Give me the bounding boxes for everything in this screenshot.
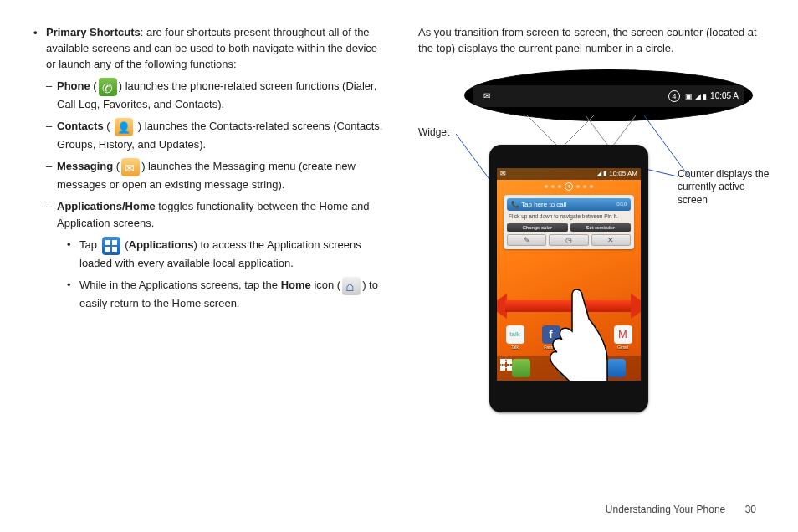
footer-section: Understanding Your Phone <box>606 504 725 515</box>
arrow-right-icon <box>631 294 641 319</box>
app-gmail: MGmail <box>613 325 633 350</box>
right-column: As you transition from screen to screen,… <box>418 25 765 429</box>
app-rail: talkTalk fFacebo MGmail <box>497 325 641 350</box>
phone-illustration: ✉ 4 ▣ ◢ ▮ 10:05 A Widget Counter display… <box>418 69 765 429</box>
messaging-label: Messaging <box>57 160 113 172</box>
left-column: Primary Shortcuts: are four shortcuts pr… <box>33 25 385 429</box>
phone-screen: ✉ ◢ ▮ 10:05 AM 4 📞 Tap here to call 0/10 <box>497 168 641 381</box>
apps-home-item: Applications/Home toggles functionality … <box>33 198 385 232</box>
phone-label: Phone <box>57 79 90 92</box>
phone-item: Phone () launches the phone-related scre… <box>33 78 385 113</box>
phone-status-time: 10:05 AM <box>609 170 637 177</box>
flick-text: Flick up and down to navigate between Pi… <box>507 211 631 222</box>
app-facebook: fFacebo <box>541 325 561 350</box>
phone-icon <box>99 78 117 96</box>
active-screen-counter: 4 <box>565 182 573 191</box>
screen-counter-zoomed: 4 <box>668 90 680 102</box>
dock-middle-icon <box>560 359 578 377</box>
footer-page-number: 30 <box>745 504 756 515</box>
widget-card: 📞 Tap here to call 0/10 Flick up and dow… <box>504 195 634 249</box>
envelope-icon: ✉ <box>483 91 490 100</box>
intro-text: As you transition from screen to screen,… <box>418 25 765 57</box>
screen-counter-dots: 4 <box>497 182 641 192</box>
zoomed-status-content: ✉ 4 ▣ ◢ ▮ 10:05 A <box>473 85 744 107</box>
contacts-icon <box>115 118 133 136</box>
zoomed-status-bar: ✉ 4 ▣ ◢ ▮ 10:05 A <box>464 69 753 121</box>
zoom-connector-left <box>527 115 594 149</box>
app-talk: talkTalk <box>505 325 525 350</box>
dock-apps-icon <box>607 359 626 377</box>
edit-icon: ✎ <box>507 234 546 246</box>
dock <box>497 356 641 381</box>
contacts-item: Contacts ( ) launches the Contacts-relat… <box>33 118 385 153</box>
status-time-zoomed: 10:05 A <box>710 91 739 100</box>
change-color-button: Change color <box>507 223 568 232</box>
phone-statusbar: ✉ ◢ ▮ 10:05 AM <box>497 168 641 180</box>
signal-icons: ▣ ◢ ▮ <box>685 92 707 100</box>
applications-icon <box>102 237 120 255</box>
set-reminder-button: Set reminder <box>570 223 632 232</box>
messaging-item: Messaging () launches the Messaging menu… <box>33 158 385 193</box>
primary-shortcuts-label: Primary Shortcuts <box>46 26 141 38</box>
contacts-label: Contacts <box>57 120 104 132</box>
page-footer: Understanding Your Phone 30 <box>606 504 756 515</box>
app-hidden <box>577 328 597 347</box>
primary-shortcuts-item: Primary Shortcuts: are four shortcuts pr… <box>33 25 385 73</box>
swipe-arrows <box>497 294 641 319</box>
dock-phone-icon <box>512 359 530 377</box>
tap-home-item: While in the Applications screens, tap t… <box>33 277 385 312</box>
clock-icon: ◷ <box>549 234 588 246</box>
tap-applications-item: Tap (Applications) to access the Applica… <box>33 237 385 272</box>
home-icon <box>342 277 361 295</box>
widget-label: Widget <box>418 126 449 138</box>
close-icon: ✕ <box>591 234 631 246</box>
counter-label: Counter displays the currently active sc… <box>678 168 770 207</box>
zoom-connector-right <box>586 115 636 149</box>
apps-home-label: Applications/Home <box>57 200 156 212</box>
tap-to-call-bar: 📞 Tap here to call 0/10 <box>507 198 631 211</box>
messaging-icon <box>121 158 140 176</box>
phone-body: ✉ ◢ ▮ 10:05 AM 4 📞 Tap here to call 0/10 <box>489 145 648 412</box>
